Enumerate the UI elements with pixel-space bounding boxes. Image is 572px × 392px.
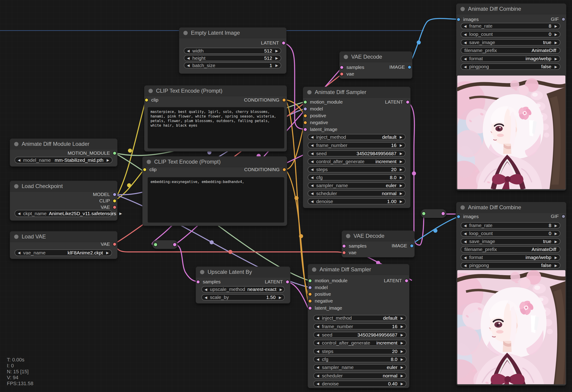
- output-port-icon[interactable]: [561, 17, 565, 21]
- node-title-bar[interactable]: Load VAE: [10, 231, 117, 242]
- widget-sampler_name[interactable]: ◀sampler_nameeuler▶: [308, 182, 406, 188]
- output-slot-CONDITIONING[interactable]: CONDITIONING: [244, 97, 286, 103]
- input-slot-model[interactable]: model: [308, 285, 328, 290]
- input-port-icon[interactable]: [303, 107, 307, 111]
- widget-cfg[interactable]: ◀cfg8.0▶: [313, 356, 406, 362]
- increment-arrow-icon[interactable]: ▶: [399, 160, 402, 163]
- output-port-icon[interactable]: [113, 193, 117, 196]
- node-empty-latent[interactable]: Empty Latent ImageLATENT◀width512▶◀heigh…: [179, 27, 286, 74]
- node-combine-1[interactable]: Animate Diff CombineimagesGIF◀frame_rate…: [456, 3, 566, 191]
- widget-cfg[interactable]: ◀cfg8.0▶: [308, 174, 406, 180]
- node-title-bar[interactable]: Upscale Latent By: [196, 267, 290, 278]
- widget-denoise[interactable]: ◀denoise0.40▶: [313, 381, 406, 387]
- output-slot-IMAGE[interactable]: IMAGE: [392, 243, 414, 248]
- widget-inject_method[interactable]: ◀inject_methoddefault▶: [308, 134, 406, 140]
- increment-arrow-icon[interactable]: ▶: [555, 57, 557, 61]
- increment-arrow-icon[interactable]: ▶: [400, 325, 403, 328]
- node-vae-decode-2[interactable]: VAE DecodesamplesvaeIMAGE: [342, 230, 415, 257]
- output-port-icon[interactable]: [405, 279, 409, 283]
- output-port-icon[interactable]: [113, 242, 117, 246]
- increment-arrow-icon[interactable]: ▶: [280, 288, 282, 291]
- widget-frame_number[interactable]: ◀frame_number16▶: [308, 142, 406, 148]
- decrement-arrow-icon[interactable]: ◀: [317, 333, 319, 337]
- increment-arrow-icon[interactable]: ▶: [399, 176, 402, 179]
- node-combine-2[interactable]: Animate Diff CombineimagesGIF◀frame_rate…: [456, 202, 566, 386]
- node-sampler-1[interactable]: Animate Diff Samplermotion_modulemodelpo…: [303, 87, 411, 208]
- increment-arrow-icon[interactable]: ▶: [555, 33, 557, 36]
- increment-arrow-icon[interactable]: ▶: [399, 168, 402, 171]
- input-slot-vae[interactable]: vae: [342, 250, 356, 255]
- decrement-arrow-icon[interactable]: ◀: [311, 200, 314, 203]
- output-port-icon[interactable]: [286, 280, 289, 284]
- input-port-icon[interactable]: [303, 121, 307, 125]
- widget-scale_by[interactable]: ◀scale_by1.50▶: [201, 294, 285, 300]
- widget-width[interactable]: ◀width512▶: [184, 48, 281, 54]
- output-port-icon[interactable]: [406, 100, 410, 104]
- decrement-arrow-icon[interactable]: ◀: [311, 135, 314, 139]
- decrement-arrow-icon[interactable]: ◀: [205, 296, 207, 299]
- increment-arrow-icon[interactable]: ▶: [279, 296, 281, 299]
- prompt-textarea[interactable]: masterpiece, best quality, 1girl, solo, …: [148, 107, 285, 148]
- decrement-arrow-icon[interactable]: ◀: [464, 33, 467, 36]
- node-title-bar[interactable]: CLIP Text Encode (Prompt): [144, 85, 287, 96]
- node-title-bar[interactable]: VAE Decode: [340, 51, 412, 62]
- widget-model_name[interactable]: ◀model_namemm-Stabilized_mid.pth▶: [15, 157, 112, 163]
- widget-format[interactable]: ◀formatimage/webp▶: [461, 55, 560, 62]
- node-vae-decode-1[interactable]: VAE DecodesamplesvaeIMAGE: [339, 51, 412, 79]
- decrement-arrow-icon[interactable]: ◀: [18, 158, 20, 162]
- decrement-arrow-icon[interactable]: ◀: [18, 212, 20, 215]
- input-port-icon[interactable]: [457, 17, 461, 21]
- input-slot-positive[interactable]: positive: [308, 291, 331, 297]
- node-title-bar[interactable]: VAE Decode: [342, 231, 414, 241]
- node-upscale-latent[interactable]: Upscale Latent BysamplesLATENT◀upscale_m…: [196, 266, 290, 303]
- output-slot-VAE[interactable]: VAE: [101, 204, 117, 210]
- increment-arrow-icon[interactable]: ▶: [400, 341, 403, 344]
- decrement-arrow-icon[interactable]: ◀: [464, 65, 467, 68]
- increment-arrow-icon[interactable]: ▶: [555, 232, 557, 235]
- node-sampler-2[interactable]: Animate Diff Samplermotion_modulemodelpo…: [308, 264, 409, 388]
- widget-seed[interactable]: ◀seed345029849956687▶: [308, 150, 406, 157]
- increment-arrow-icon[interactable]: ▶: [400, 316, 403, 320]
- output-port-icon[interactable]: [410, 244, 414, 248]
- increment-arrow-icon[interactable]: ▶: [399, 192, 402, 195]
- output-port-icon[interactable]: [113, 199, 117, 203]
- input-slot-latent_image[interactable]: latent_image: [303, 127, 337, 132]
- input-slot-negative[interactable]: negative: [308, 298, 333, 304]
- decrement-arrow-icon[interactable]: ◀: [317, 374, 319, 377]
- widget-seed[interactable]: ◀seed345029849956687▶: [313, 332, 406, 338]
- increment-arrow-icon[interactable]: ▶: [106, 251, 109, 254]
- increment-arrow-icon[interactable]: ▶: [275, 49, 278, 52]
- increment-arrow-icon[interactable]: ▶: [399, 144, 402, 147]
- decrement-arrow-icon[interactable]: ◀: [18, 251, 20, 254]
- increment-arrow-icon[interactable]: ▶: [555, 240, 557, 243]
- input-port-icon[interactable]: [303, 100, 307, 104]
- node-title-bar[interactable]: Empty Latent Image: [179, 28, 286, 38]
- widget-sampler_name[interactable]: ◀sampler_nameeuler▶: [313, 364, 406, 370]
- decrement-arrow-icon[interactable]: ◀: [205, 288, 207, 291]
- decrement-arrow-icon[interactable]: ◀: [464, 57, 467, 61]
- widget-steps[interactable]: ◀steps20▶: [313, 348, 406, 354]
- decrement-arrow-icon[interactable]: ◀: [464, 264, 467, 267]
- input-port-icon[interactable]: [340, 65, 344, 69]
- increment-arrow-icon[interactable]: ▶: [555, 224, 557, 227]
- output-port-icon[interactable]: [113, 151, 117, 155]
- input-slot-latent_image[interactable]: latent_image: [308, 305, 342, 311]
- increment-arrow-icon[interactable]: ▶: [399, 152, 402, 155]
- input-slot-negative[interactable]: negative: [303, 120, 328, 125]
- decrement-arrow-icon[interactable]: ◀: [317, 316, 319, 320]
- increment-arrow-icon[interactable]: ▶: [399, 135, 402, 139]
- widget-loop_count[interactable]: ◀loop_count0▶: [461, 230, 560, 237]
- input-port-icon[interactable]: [342, 251, 346, 255]
- node-title-bar[interactable]: Animate Diff Sampler: [308, 264, 409, 275]
- output-slot-GIF[interactable]: GIF: [551, 16, 565, 22]
- decrement-arrow-icon[interactable]: ◀: [464, 232, 467, 235]
- increment-arrow-icon[interactable]: ▶: [400, 350, 403, 353]
- widget-scheduler[interactable]: ◀schedulernormal▶: [308, 190, 406, 196]
- output-slot-LATENT[interactable]: LATENT: [384, 278, 409, 283]
- input-slot-images[interactable]: images: [457, 214, 479, 219]
- input-port-icon[interactable]: [308, 306, 312, 310]
- decrement-arrow-icon[interactable]: ◀: [317, 325, 319, 328]
- increment-arrow-icon[interactable]: ▶: [399, 184, 402, 187]
- widget-format[interactable]: ◀formatimage/webp▶: [461, 254, 560, 261]
- increment-arrow-icon[interactable]: ▶: [555, 264, 557, 267]
